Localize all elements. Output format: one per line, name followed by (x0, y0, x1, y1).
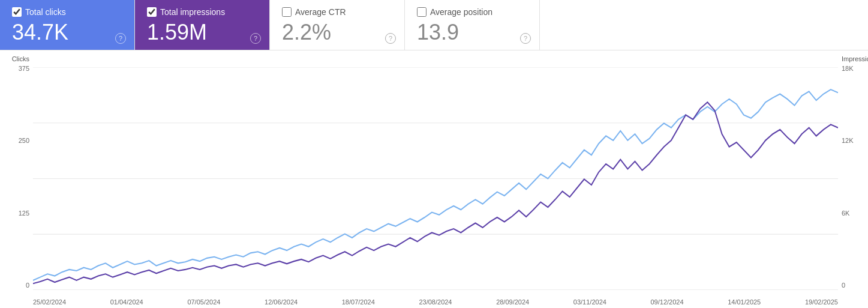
total-clicks-value: 34.7K (12, 19, 122, 45)
y-left-0: 0 (26, 282, 29, 289)
avg-ctr-checkbox[interactable] (282, 7, 292, 17)
avg-position-label: Average position (430, 7, 492, 17)
x-label-9: 09/12/2024 (651, 298, 684, 306)
x-label-10: 14/01/2025 (728, 298, 761, 306)
total-impressions-help-icon[interactable]: ? (250, 33, 261, 44)
total-impressions-value: 1.59M (147, 19, 257, 45)
y-right-12k: 12K (842, 137, 854, 144)
clicks-line (33, 102, 838, 283)
x-label-2: 01/04/2024 (110, 298, 143, 306)
avg-ctr-label: Average CTR (295, 7, 346, 17)
y-left-250: 250 (19, 137, 29, 144)
y-axis-right: Impressions 18K 12K 6K 0 (838, 55, 868, 289)
chart-area: Clicks 375 250 125 0 Impressions 18K 12K… (0, 50, 868, 308)
metric-total-clicks: Total clicks 34.7K ? (0, 0, 135, 50)
metrics-row: Total clicks 34.7K ? Total impressions 1… (0, 0, 868, 50)
y-right-6k: 6K (842, 210, 849, 217)
y-right-18k: 18K (842, 65, 854, 72)
total-impressions-label: Total impressions (160, 7, 225, 17)
y-left-125: 125 (19, 210, 29, 217)
x-label-3: 07/05/2024 (187, 298, 220, 306)
x-label-4: 12/06/2024 (265, 298, 298, 306)
chart-svg (33, 67, 838, 290)
metric-avg-ctr: Average CTR 2.2% ? (270, 0, 405, 50)
x-label-5: 18/07/2024 (342, 298, 375, 306)
x-label-1: 25/02/2024 (33, 298, 66, 306)
y-right-title: Impressions (842, 55, 868, 62)
avg-ctr-value: 2.2% (282, 19, 392, 45)
metric-total-impressions: Total impressions 1.59M ? (135, 0, 270, 50)
y-left-title: Clicks (12, 55, 29, 62)
avg-ctr-help-icon[interactable]: ? (385, 33, 396, 44)
y-right-0: 0 (842, 282, 845, 289)
total-clicks-help-icon[interactable]: ? (115, 33, 126, 44)
x-label-8: 03/11/2024 (573, 298, 606, 306)
x-label-11: 19/02/2025 (805, 298, 838, 306)
avg-position-checkbox[interactable] (417, 7, 427, 17)
total-clicks-checkbox[interactable] (12, 7, 22, 17)
total-clicks-label: Total clicks (25, 7, 66, 17)
y-left-375: 375 (19, 65, 29, 72)
x-axis: 25/02/2024 01/04/2024 07/05/2024 12/06/2… (33, 298, 838, 306)
avg-position-help-icon[interactable]: ? (520, 33, 531, 44)
total-impressions-checkbox[interactable] (147, 7, 157, 17)
x-label-7: 28/09/2024 (496, 298, 529, 306)
y-axis-left: Clicks 375 250 125 0 (0, 55, 33, 289)
metric-avg-position: Average position 13.9 ? (405, 0, 540, 50)
x-label-6: 23/08/2024 (419, 298, 452, 306)
avg-position-value: 13.9 (417, 19, 527, 45)
